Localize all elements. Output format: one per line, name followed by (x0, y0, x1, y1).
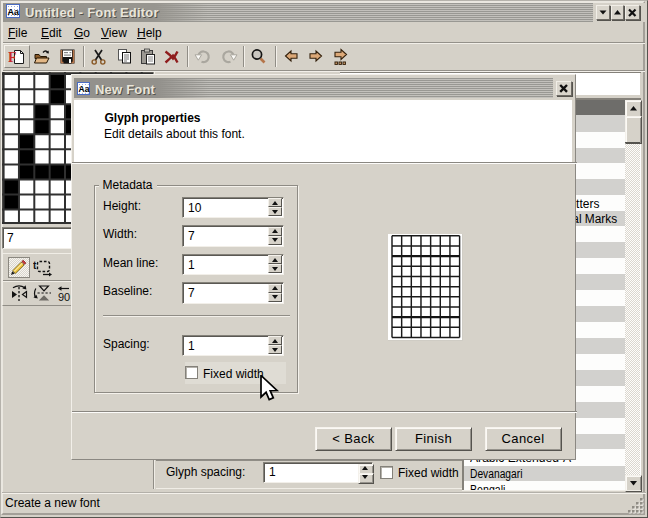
svg-text:Aa: Aa (79, 84, 90, 94)
svg-text:90: 90 (58, 291, 70, 303)
svg-text:t: t (33, 260, 37, 271)
svg-text:Aa: Aa (8, 7, 20, 17)
svg-text:F: F (8, 50, 17, 65)
